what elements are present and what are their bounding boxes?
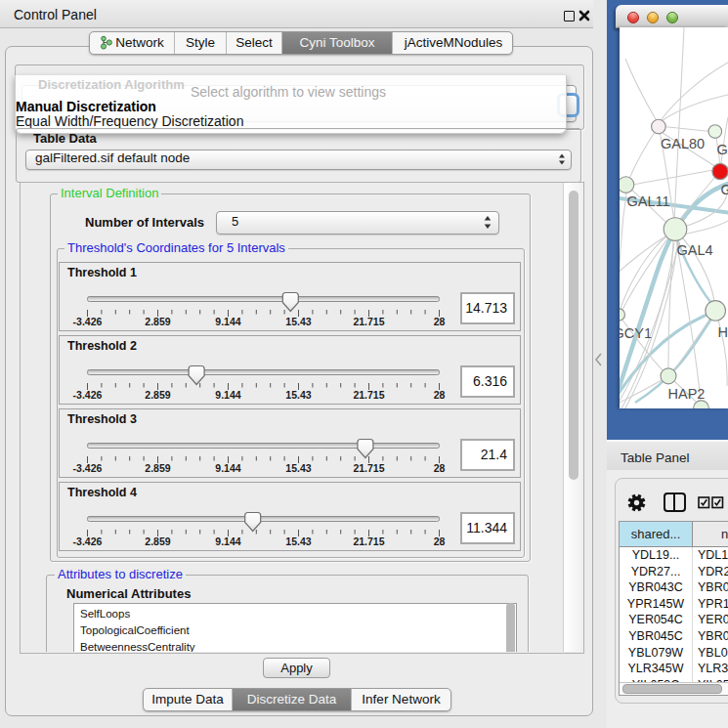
svg-text:GAL80: GAL80	[661, 136, 705, 151]
svg-text:15.43: 15.43	[285, 462, 311, 474]
svg-text:9.144: 9.144	[215, 535, 240, 547]
svg-text:9.144: 9.144	[215, 462, 240, 474]
svg-text:GCY1: GCY1	[620, 325, 652, 341]
svg-text:2.859: 2.859	[145, 462, 170, 474]
svg-text:28: 28	[434, 535, 446, 547]
svg-text:HAP2: HAP2	[668, 386, 706, 402]
svg-text:GAL11: GAL11	[627, 193, 670, 209]
svg-text:21.715: 21.715	[353, 389, 384, 401]
svg-text:28: 28	[434, 389, 446, 401]
svg-text:-3.426: -3.426	[73, 316, 103, 327]
svg-text:28: 28	[434, 316, 446, 327]
svg-text:2.859: 2.859	[145, 389, 170, 401]
svg-text:2.859: 2.859	[145, 316, 170, 327]
svg-text:15.43: 15.43	[285, 535, 311, 547]
svg-text:15.43: 15.43	[285, 389, 311, 401]
svg-text:2.859: 2.859	[145, 535, 170, 547]
svg-text:21.715: 21.715	[353, 316, 384, 327]
svg-text:21.715: 21.715	[353, 462, 384, 474]
svg-text:9.144: 9.144	[215, 316, 240, 327]
svg-text:28: 28	[434, 462, 446, 474]
svg-text:H: H	[718, 324, 728, 340]
svg-text:-3.426: -3.426	[73, 389, 103, 401]
svg-text:9.144: 9.144	[215, 389, 240, 401]
svg-text:GA: GA	[717, 142, 728, 157]
svg-text:-3.426: -3.426	[73, 535, 103, 547]
svg-text:G: G	[721, 182, 728, 197]
svg-text:21.715: 21.715	[353, 535, 384, 547]
svg-text:15.43: 15.43	[285, 316, 311, 327]
svg-text:-3.426: -3.426	[73, 462, 103, 474]
svg-text:GAL4: GAL4	[677, 242, 713, 258]
